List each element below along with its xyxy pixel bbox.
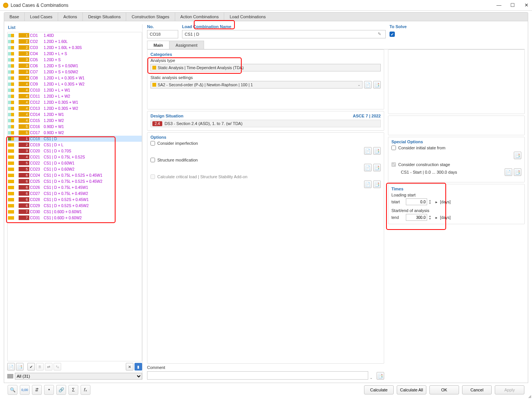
arrow-icon[interactable]: ▸ bbox=[434, 215, 439, 220]
sub-tabs: MainAssignment bbox=[147, 41, 525, 49]
list-item[interactable]: 6CO25CS1 | D + 0.75L + 0.52S + 0.45W2 bbox=[8, 178, 142, 184]
list-item[interactable]: 6CO27CS1 | D + 0.75L + 0.45W2 bbox=[8, 190, 142, 196]
filter-select[interactable]: All (31) bbox=[15, 373, 142, 380]
settings-new-button[interactable]: 📄 bbox=[364, 81, 372, 89]
constage-btn2[interactable]: 📑 bbox=[514, 168, 521, 176]
edit-icon[interactable]: ✎ bbox=[378, 32, 383, 37]
tab-action-combinations[interactable]: Action Combinations bbox=[175, 13, 225, 21]
arrow-icon[interactable]: ▸ bbox=[434, 200, 439, 204]
comment-chevron-icon[interactable]: ⌄ bbox=[370, 376, 375, 380]
static-settings-select[interactable]: SA2 - Second-order (P-Δ) | Newton-Raphso… bbox=[150, 81, 363, 89]
apply-button: Apply bbox=[495, 385, 524, 394]
list-items[interactable]: 1CO11.40D2CO21.20D + 1.60L2CO31.20D + 1.… bbox=[7, 32, 142, 361]
list-item[interactable]: 6CO28CS1 | D + 0.52S + 0.45W1 bbox=[8, 196, 142, 203]
static-settings-label: Static analysis settings bbox=[150, 75, 381, 80]
list-item[interactable]: 1CO18CS1 | D bbox=[8, 136, 142, 142]
solve-checkbox[interactable]: ✔ bbox=[390, 32, 395, 37]
opt-structmod-checkbox[interactable] bbox=[150, 158, 155, 162]
calculate-button[interactable]: Calculate bbox=[364, 385, 394, 394]
list-item[interactable]: 3CO61.20D + S + 0.50W1 bbox=[8, 63, 142, 69]
no-field[interactable]: CO18 bbox=[147, 30, 178, 38]
list-item[interactable]: 5CO23CS1 | D + 0.60W2 bbox=[8, 166, 142, 172]
list-item[interactable]: 7CO31CS1 | 0.60D + 0.60W2 bbox=[8, 215, 142, 221]
ok-button[interactable]: OK bbox=[429, 385, 459, 394]
renumber-button[interactable]: ²₆ bbox=[54, 363, 61, 370]
settings-lib-button[interactable]: 📑 bbox=[373, 81, 381, 89]
list-item[interactable]: 6CO26CS1 | D + 0.75L + 0.45W1 bbox=[8, 184, 142, 190]
opt-imperfection-checkbox[interactable] bbox=[150, 141, 155, 146]
new-copy-button[interactable]: 📑 bbox=[16, 363, 24, 370]
imperf-btn2[interactable]: 📑 bbox=[373, 147, 381, 155]
search-icon[interactable]: 🔍 bbox=[8, 385, 17, 395]
structmod-btn1[interactable]: 📄 bbox=[364, 164, 372, 171]
check-button[interactable]: ✔ bbox=[27, 363, 35, 370]
imperf-btn1[interactable]: 📄 bbox=[364, 147, 372, 155]
comment-input[interactable] bbox=[147, 371, 368, 380]
list-item[interactable]: 3CO20CS1 | D + 0.70S bbox=[8, 148, 142, 154]
subtab-assignment[interactable]: Assignment bbox=[169, 41, 204, 49]
comment-lib-button[interactable]: 📑 bbox=[377, 372, 384, 380]
list-item[interactable]: 4CO151.20D + W2 bbox=[8, 117, 142, 124]
fx-icon[interactable]: fₓ bbox=[81, 385, 90, 395]
swap-button[interactable]: ⇄ bbox=[45, 363, 52, 370]
list-item[interactable]: 4CO131.20D + 0.30S + W2 bbox=[8, 105, 142, 111]
new-button[interactable]: 📄 bbox=[7, 363, 15, 370]
tab-design-situations[interactable]: Design Situations bbox=[83, 13, 127, 21]
list-item[interactable]: 4CO121.20D + 0.30S + W1 bbox=[8, 99, 142, 105]
list-item[interactable]: 5CO160.90D + W1 bbox=[8, 124, 142, 130]
tab-base[interactable]: Base bbox=[4, 13, 25, 21]
link-icon[interactable]: 🔗 bbox=[56, 385, 66, 395]
list-item[interactable]: 2CO19CS1 | D + L bbox=[8, 142, 142, 148]
list-item[interactable]: 2CO21.20D + 1.60L bbox=[8, 38, 142, 44]
list-item[interactable]: 7CO30CS1 | 0.60D + 0.60W1 bbox=[8, 209, 142, 215]
list-item[interactable]: 4CO81.20D + L + 0.30S + W1 bbox=[8, 75, 142, 81]
categories-header: Categories bbox=[150, 52, 381, 57]
list-item[interactable]: 4CO91.20D + L + 0.30S + W2 bbox=[8, 81, 142, 87]
delete-button[interactable]: ✕ bbox=[126, 363, 133, 370]
sum-icon[interactable]: Σ bbox=[68, 385, 78, 395]
minimize-icon[interactable]: — bbox=[496, 2, 502, 8]
list-item[interactable]: 5CO22CS1 | D + 0.60W1 bbox=[8, 160, 142, 166]
calculate-all-button[interactable]: Calculate All bbox=[397, 385, 426, 394]
list-item[interactable]: 6CO24CS1 | D + 0.75L + 0.52S + 0.45W1 bbox=[8, 172, 142, 178]
cancel-button[interactable]: Cancel bbox=[462, 385, 492, 394]
maximize-icon[interactable]: ☐ bbox=[510, 2, 515, 8]
tab-construction-stages[interactable]: Construction Stages bbox=[126, 13, 175, 21]
units-icon[interactable]: 0,00 bbox=[20, 385, 30, 395]
initstate-btn[interactable]: 📑 bbox=[514, 152, 521, 159]
tab-load-cases[interactable]: Load Cases bbox=[25, 13, 58, 21]
resize-grip-icon[interactable]: ◢ bbox=[528, 394, 531, 398]
list-item[interactable]: 3CO51.20D + S bbox=[8, 57, 142, 63]
list-item[interactable]: 3CO41.20D + L + S bbox=[8, 51, 142, 57]
list-item[interactable]: 4CO101.20D + L + W1 bbox=[8, 87, 142, 93]
list-item[interactable]: 4CO111.20D + L + W2 bbox=[8, 93, 142, 99]
tstart-input[interactable] bbox=[406, 198, 427, 205]
ds-box bbox=[388, 116, 525, 135]
structmod-btn2[interactable]: 📑 bbox=[373, 164, 381, 171]
subtab-main[interactable]: Main bbox=[147, 41, 169, 49]
name-field[interactable]: CS1 | D ✎ bbox=[182, 30, 386, 38]
ds-code: ASCE 7 | 2022 bbox=[353, 114, 381, 118]
list-item[interactable]: 1CO11.40D bbox=[8, 32, 142, 38]
list-item[interactable]: 4CO141.20D + W1 bbox=[8, 111, 142, 117]
list-item[interactable]: 4CO21CS1 | D + 0.75L + 0.52S bbox=[8, 154, 142, 160]
analysis-type-select[interactable]: Static Analysis | Time-Dependent Analysi… bbox=[150, 64, 381, 71]
ds-item[interactable]: 2.4 DS3 - Section 2.4 (ASD), 1. to 7. (w… bbox=[150, 120, 381, 127]
tag-button[interactable]: ▮ bbox=[135, 363, 142, 370]
copy-button[interactable]: ⎘ bbox=[36, 363, 44, 370]
close-icon[interactable]: ✕ bbox=[524, 2, 529, 8]
list-item[interactable]: 5CO170.90D + W2 bbox=[8, 130, 142, 136]
tab-load-combinations[interactable]: Load Combinations bbox=[224, 13, 271, 21]
constage-btn1[interactable]: 📄 bbox=[505, 168, 512, 176]
constage-select[interactable]: CS1 - Start | 0.0 ... 300.0 days bbox=[399, 170, 503, 174]
list-item[interactable]: 2CO31.20D + 1.60L + 0.30S bbox=[8, 44, 142, 51]
critload-btn1[interactable]: 📄 bbox=[364, 180, 372, 188]
list-item[interactable]: 3CO71.20D + S + 0.50W2 bbox=[8, 69, 142, 75]
tab-actions[interactable]: Actions bbox=[58, 13, 83, 21]
list-item[interactable]: 6CO29CS1 | D + 0.52S + 0.45W2 bbox=[8, 203, 142, 209]
critload-btn2[interactable]: 📑 bbox=[373, 180, 381, 188]
tree-icon[interactable]: ⇵ bbox=[32, 385, 42, 395]
tend-input[interactable] bbox=[406, 214, 427, 221]
dot-icon[interactable]: • bbox=[44, 385, 54, 395]
initstate-checkbox[interactable] bbox=[391, 146, 396, 150]
